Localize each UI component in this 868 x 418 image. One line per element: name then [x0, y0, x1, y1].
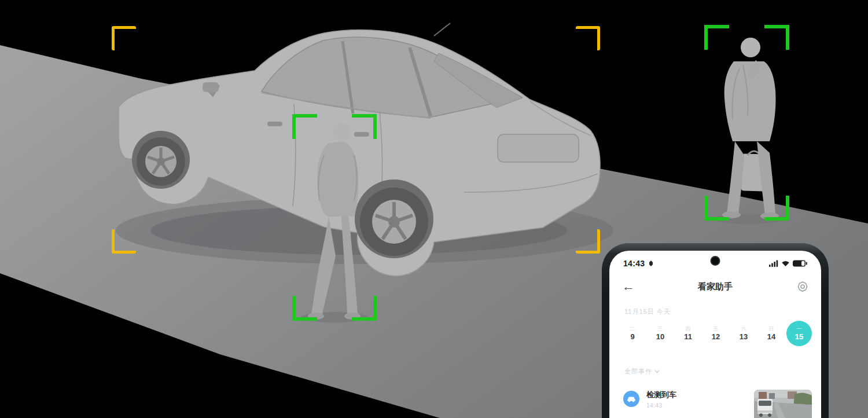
page-title: 看家助手	[609, 281, 821, 292]
event-thumbnail[interactable]	[754, 390, 812, 418]
calendar-day-selected[interactable]: 一 15	[786, 321, 812, 346]
punch-hole-camera-icon	[711, 256, 720, 266]
event-text: 检测到车 14:43	[646, 390, 676, 409]
battery-icon	[793, 260, 807, 267]
rear-wheel	[360, 188, 428, 256]
events-section-label: 全部事件	[624, 367, 652, 376]
event-title: 检测到车	[646, 390, 676, 400]
car-event-icon	[623, 391, 639, 407]
phone-screen: 14:43	[609, 251, 821, 418]
calendar-day[interactable]: 六 13	[731, 320, 756, 347]
events-section-header[interactable]: 全部事件	[624, 367, 821, 376]
date-label: 11月15日 今天	[624, 307, 821, 316]
calendar-day[interactable]: 五 12	[703, 320, 729, 347]
status-icons	[769, 260, 807, 267]
phone-mockup: 14:43	[602, 243, 829, 418]
calendar-day[interactable]: 二 9	[620, 320, 645, 347]
surveillance-promo-screen: 14:43	[0, 0, 868, 418]
calendar-day[interactable]: 三 10	[648, 320, 673, 347]
vibrate-icon	[648, 260, 654, 267]
nav-bar: ← 看家助手	[609, 274, 821, 299]
event-time: 14:43	[646, 402, 676, 409]
calendar-week-row: 二 9 三 10 四 11 五 12 六 13	[609, 316, 821, 347]
wifi-icon	[781, 260, 790, 267]
chevron-down-icon	[654, 369, 660, 373]
status-time: 14:43	[623, 259, 645, 268]
calendar-day[interactable]: 四 11	[675, 320, 701, 347]
signal-icon	[769, 260, 778, 267]
event-row[interactable]: 检测到车 14:43	[609, 390, 821, 418]
calendar-day[interactable]: 日 14	[759, 320, 784, 347]
status-bar: 14:43	[609, 251, 821, 274]
front-wheel	[137, 137, 185, 186]
